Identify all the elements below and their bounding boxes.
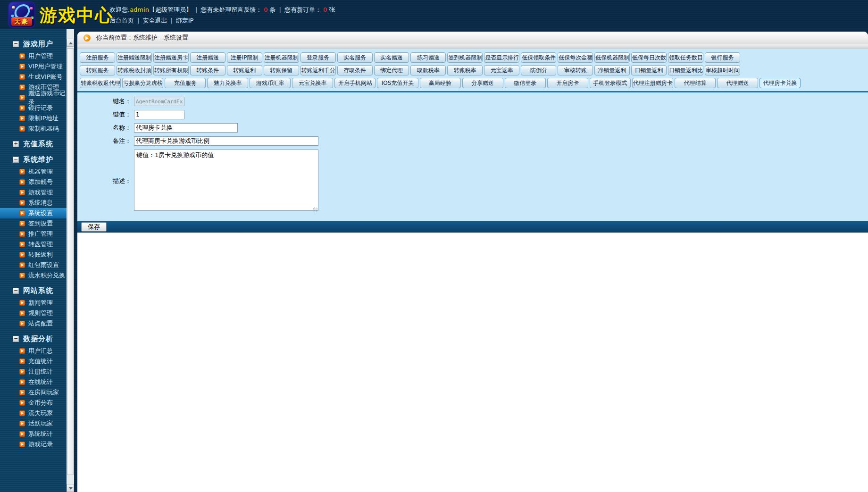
sidebar-item[interactable]: 游戏记录 xyxy=(0,439,67,450)
name-field[interactable] xyxy=(134,123,238,133)
sidebar-item-system-settings[interactable]: 系统设置 xyxy=(0,208,67,218)
tab-button[interactable]: 签到机器限制 xyxy=(447,52,483,63)
sidebar-section-game-users[interactable]: 游戏用户 xyxy=(0,38,67,50)
tab-button[interactable]: 转账返利千分比 xyxy=(300,65,336,75)
sidebar-section-maintenance[interactable]: 系统维护 xyxy=(0,154,67,165)
tab-button[interactable]: 代理赠送 xyxy=(717,78,758,88)
tab-button[interactable]: 开启房卡 xyxy=(547,78,588,88)
note-field[interactable] xyxy=(134,136,318,146)
tab-button[interactable]: 是否显示排行榜 xyxy=(484,52,519,63)
sidebar-item[interactable]: 规则管理 xyxy=(0,308,67,318)
tab-button[interactable]: 低保领取条件 xyxy=(521,52,556,63)
tab-button[interactable]: 防倒分 xyxy=(521,65,556,75)
tab-button[interactable]: 银行服务 xyxy=(705,52,740,63)
tab-button[interactable]: 转账保留 xyxy=(264,65,299,75)
tab-button[interactable]: 低保每次金额 xyxy=(558,52,593,63)
sidebar-section-website[interactable]: 网站系统 xyxy=(0,285,67,296)
sidebar-item[interactable]: 系统统计 xyxy=(0,429,67,439)
tab-button[interactable]: 手机登录模式 xyxy=(590,78,631,88)
description-field[interactable]: 键值：1房卡兑换游戏币的值 xyxy=(134,150,318,211)
tab-button[interactable]: 充值服务 xyxy=(165,78,206,88)
sidebar-item[interactable]: 流失玩家 xyxy=(0,408,67,418)
tab-button[interactable]: 取款税率 xyxy=(410,65,446,75)
sidebar-item[interactable]: 系统消息 xyxy=(0,198,67,208)
sidebar-item[interactable]: 游戏管理 xyxy=(0,187,67,198)
tab-button[interactable]: 代理注册赠房卡 xyxy=(632,78,673,88)
link-home[interactable]: 后台首页 xyxy=(109,17,134,24)
tab-button[interactable]: 游戏币汇率 xyxy=(250,78,291,88)
sidebar-section-analytics[interactable]: 数据分析 xyxy=(0,333,67,344)
scrollbar-down-icon[interactable] xyxy=(67,484,74,492)
tab-button[interactable]: 日销量返利比 xyxy=(668,65,703,75)
sidebar-item[interactable]: 活跃玩家 xyxy=(0,418,67,429)
tab-button[interactable]: 登录服务 xyxy=(300,52,336,63)
tab-button[interactable]: 转账税收返代理 xyxy=(80,78,121,88)
tab-button[interactable]: IOS充值开关 xyxy=(377,78,418,88)
tab-button[interactable]: 日销量返利 xyxy=(631,65,667,75)
tab-button[interactable]: 存取条件 xyxy=(337,65,373,75)
tab-button[interactable]: 代理结算 xyxy=(675,78,716,88)
tab-button[interactable]: 审核转账 xyxy=(558,65,593,75)
tab-button[interactable]: 分享赠送 xyxy=(462,78,503,88)
save-button[interactable]: 保存 xyxy=(81,222,107,232)
tab-button[interactable]: 注册机器限制 xyxy=(264,52,299,63)
sidebar-scrollbar[interactable] xyxy=(67,29,74,492)
tab-button[interactable]: 实名赠送 xyxy=(374,52,409,63)
tab-button[interactable]: 元宝返率 xyxy=(484,65,519,75)
sidebar-item[interactable]: 赠送游戏币记录 xyxy=(0,92,67,103)
sidebar-item[interactable]: 新闻管理 xyxy=(0,298,67,308)
tab-button[interactable]: 练习赠送 xyxy=(410,52,446,63)
tab-button[interactable]: 低保每日次数 xyxy=(631,52,667,63)
sidebar-item[interactable]: 推广管理 xyxy=(0,229,67,239)
tab-button[interactable]: 转账税收封顶 xyxy=(117,65,152,75)
tab-button[interactable]: 转账返利 xyxy=(227,65,262,75)
sidebar-item[interactable]: 生成VIP账号 xyxy=(0,72,67,82)
tab-button[interactable]: 开启手机网站 xyxy=(334,78,376,88)
sidebar-item[interactable]: 添加靓号 xyxy=(0,177,67,187)
sidebar-section-recharge[interactable]: 充值系统 xyxy=(0,138,67,150)
sidebar-item[interactable]: 转盘管理 xyxy=(0,239,67,250)
sidebar-item[interactable]: 在房间玩家 xyxy=(0,387,67,398)
sidebar-item[interactable]: 充值统计 xyxy=(0,356,67,367)
tab-button[interactable]: 转账所有权限 xyxy=(153,65,189,75)
scrollbar-thumb[interactable] xyxy=(67,48,74,475)
tab-button[interactable]: 元宝兑换率 xyxy=(292,78,333,88)
tab-button[interactable]: 低保机器限制 xyxy=(594,52,630,63)
sidebar-item[interactable]: 流水积分兑换 xyxy=(0,270,67,281)
sidebar-item[interactable]: 用户管理 xyxy=(0,51,67,61)
tab-button[interactable]: 赢局经验 xyxy=(420,78,461,88)
tab-button[interactable]: 领取任务数目 xyxy=(668,52,703,63)
tab-button[interactable]: 亏损赢分龙虎榜 xyxy=(122,78,163,88)
tab-button[interactable]: 绑定代理 xyxy=(374,65,409,75)
tab-button[interactable]: 净销量返利 xyxy=(594,65,630,75)
tab-button[interactable]: 注册赠送 xyxy=(190,52,225,63)
tab-button[interactable]: 转账条件 xyxy=(190,65,225,75)
sidebar-item[interactable]: 用户汇总 xyxy=(0,346,67,356)
sidebar-item[interactable]: 限制IP地址 xyxy=(0,113,67,124)
tab-button-active-agent-roomcard-exchange[interactable]: 代理房卡兑换 xyxy=(760,78,801,88)
sidebar-item[interactable]: 红包雨设置 xyxy=(0,260,67,270)
tab-button[interactable]: 审核超时时间 xyxy=(705,65,740,75)
scrollbar-up-icon[interactable] xyxy=(67,39,74,47)
keyvalue-field[interactable] xyxy=(134,110,184,119)
sidebar-item[interactable]: VIP用户管理 xyxy=(0,61,67,72)
sidebar-item[interactable]: 金币分布 xyxy=(0,398,67,408)
sidebar-item[interactable]: 注册统计 xyxy=(0,367,67,377)
tab-button[interactable]: 微信登录 xyxy=(505,78,546,88)
tab-button[interactable]: 转账税率 xyxy=(447,65,483,75)
sidebar-item[interactable]: 签到设置 xyxy=(0,218,67,229)
sidebar-item[interactable]: 在线统计 xyxy=(0,377,67,387)
tab-button[interactable]: 注册赠送限制 xyxy=(117,52,152,63)
tab-button[interactable]: 注册赠送房卡 xyxy=(153,52,189,63)
link-bind-ip[interactable]: 绑定IP xyxy=(176,17,194,24)
tab-button[interactable]: 注册服务 xyxy=(80,52,115,63)
tab-button[interactable]: 注册IP限制 xyxy=(227,52,262,63)
sidebar-item[interactable]: 站点配置 xyxy=(0,318,67,329)
tab-button[interactable]: 实名服务 xyxy=(337,52,373,63)
sidebar-item[interactable]: 限制机器码 xyxy=(0,124,67,134)
sidebar-item[interactable]: 机器管理 xyxy=(0,167,67,177)
tab-button[interactable]: 转账服务 xyxy=(80,65,115,75)
sidebar-item[interactable]: 转账返利 xyxy=(0,250,67,260)
link-logout[interactable]: 安全退出 xyxy=(142,17,167,24)
tab-button[interactable]: 魅力兑换率 xyxy=(207,78,248,88)
